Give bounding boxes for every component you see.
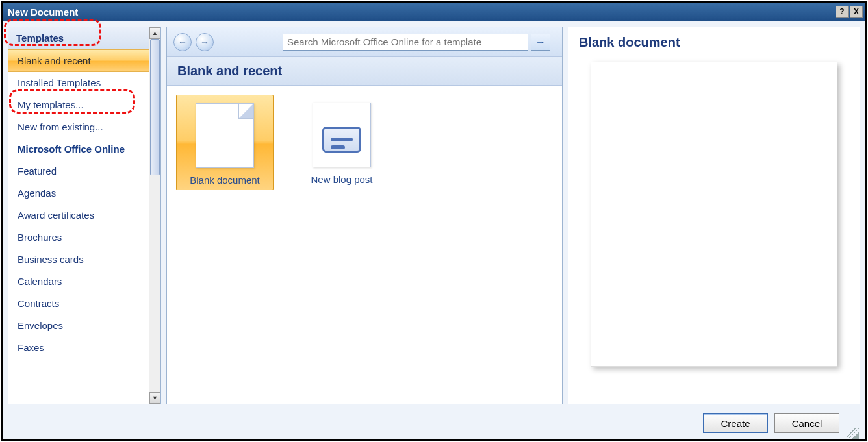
sidebar-item-office-online-header[interactable]: Microsoft Office Online [8,138,149,160]
preview-canvas [579,62,849,396]
create-label: Create [721,418,750,429]
arrow-right-icon: → [535,36,546,48]
sidebar-item-installed-templates[interactable]: Installed Templates [8,72,149,94]
chevron-up-icon: ▲ [152,30,158,36]
close-button[interactable]: X [850,6,863,18]
help-button[interactable]: ? [836,6,849,18]
sidebar-scrollbar[interactable]: ▲ ▼ [149,27,160,404]
scroll-track[interactable] [149,39,160,392]
section-header: Blank and recent [167,57,562,86]
create-button[interactable]: Create [703,413,768,433]
template-gallery: Blank document New blog post [167,86,562,404]
window-title: New Document [8,6,78,18]
sidebar-item-calendars[interactable]: Calendars [8,271,149,293]
content-row: Templates Blank and recent Installed Tem… [3,21,865,407]
chevron-down-icon: ▼ [152,395,158,401]
search-input[interactable] [283,34,528,51]
search-wrap: → [283,34,550,51]
template-new-blog-post[interactable]: New blog post [293,95,390,189]
new-document-dialog: New Document ? X Templates Blank and rec… [1,1,867,441]
dialog-footer: Create Cancel [3,407,865,439]
preview-pane: Blank document [568,27,860,404]
page-preview [591,62,837,367]
sidebar-item-my-templates[interactable]: My templates... [8,94,149,116]
help-icon: ? [839,7,844,16]
cancel-label: Cancel [792,418,823,429]
arrow-left-icon: ← [178,37,187,47]
preview-title: Blank document [579,35,849,50]
dialog-body: Templates Blank and recent Installed Tem… [3,21,865,439]
sidebar-item-faxes[interactable]: Faxes [8,337,149,359]
resize-grip[interactable] [847,428,859,439]
blog-post-icon [313,103,371,167]
templates-list: Templates Blank and recent Installed Tem… [8,27,149,404]
close-icon: X [854,7,859,16]
sidebar-item-new-from-existing[interactable]: New from existing... [8,116,149,138]
titlebar: New Document ? X [3,3,865,21]
template-label: Blank document [181,175,269,186]
templates-header: Templates [8,27,149,49]
scroll-thumb[interactable] [150,39,160,175]
document-icon [196,103,254,168]
scroll-down-button[interactable]: ▼ [149,392,160,404]
back-button[interactable]: ← [173,33,192,51]
sidebar-item-award-certificates[interactable]: Award certificates [8,204,149,227]
templates-sidebar: Templates Blank and recent Installed Tem… [8,27,161,404]
main-pane: ← → → Blank and recent Blank document [166,27,563,404]
template-blank-document[interactable]: Blank document [176,95,274,190]
sidebar-item-business-cards[interactable]: Business cards [8,249,149,271]
cancel-button[interactable]: Cancel [774,413,839,433]
sidebar-item-brochures[interactable]: Brochures [8,227,149,249]
sidebar-item-agendas[interactable]: Agendas [8,182,149,204]
sidebar-item-blank-and-recent[interactable]: Blank and recent [8,49,149,72]
arrow-right-icon: → [200,37,209,47]
template-label: New blog post [297,174,387,185]
sidebar-item-featured[interactable]: Featured [8,160,149,182]
toolbar: ← → → [167,27,562,57]
scroll-up-button[interactable]: ▲ [149,27,160,39]
forward-button[interactable]: → [196,33,214,51]
search-go-button[interactable]: → [531,34,550,51]
sidebar-item-envelopes[interactable]: Envelopes [8,315,149,337]
sidebar-item-contracts[interactable]: Contracts [8,293,149,315]
